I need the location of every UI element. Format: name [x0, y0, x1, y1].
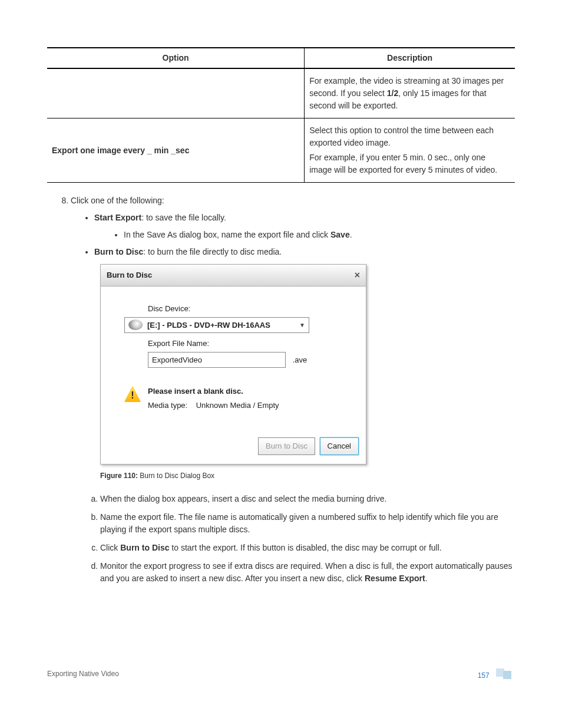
options-table: Option Description For example, the vide… — [47, 47, 515, 183]
dialog-title: Burn to Disc — [107, 269, 152, 281]
step-intro: Click one of the following: — [71, 196, 164, 205]
warning-row: Please insert a blank disc. Media type: … — [124, 386, 348, 411]
warning-icon — [124, 386, 141, 402]
footer-decoration-icon — [496, 667, 515, 678]
burn-to-disc-button[interactable]: Burn to Disc — [258, 437, 315, 455]
substep-a: When the dialog box appears, insert a di… — [100, 493, 515, 505]
option-cell — [47, 68, 305, 118]
substep-b: Name the export file. The file name is a… — [100, 511, 515, 536]
step-list: Click one of the following: Start Export… — [47, 195, 515, 585]
bullet-burn-to-disc: Burn to Disc: to burn the file directly … — [94, 246, 515, 258]
cancel-button[interactable]: Cancel — [320, 437, 359, 455]
description-cell: For example, the video is streaming at 3… — [305, 68, 515, 118]
page-number: 157 — [478, 671, 490, 680]
disc-device-value: [E:] - PLDS - DVD+-RW DH-16AAS — [147, 319, 270, 331]
description-cell: Select this option to control the time b… — [305, 118, 515, 183]
footer-section: Exporting Native Video — [47, 668, 119, 679]
export-file-label: Export File Name: — [148, 338, 348, 350]
burn-to-disc-dialog: Burn to Disc × Disc Device: [E:] - PLDS … — [100, 264, 366, 465]
export-file-input[interactable]: ExportedVideo — [148, 352, 286, 368]
substeps-list: When the dialog box appears, insert a di… — [71, 493, 515, 585]
disc-device-dropdown[interactable]: [E:] - PLDS - DVD+-RW DH-16AAS ▼ — [124, 317, 309, 334]
dialog-titlebar: Burn to Disc × — [101, 265, 366, 286]
chevron-down-icon: ▼ — [299, 321, 305, 330]
substep-d: Monitor the export progress to see if ex… — [100, 560, 515, 585]
bullet-save-as: In the Save As dialog box, name the expo… — [124, 229, 515, 241]
step-8: Click one of the following: Start Export… — [71, 195, 515, 585]
disc-device-label: Disc Device: — [148, 303, 348, 315]
disc-icon — [128, 319, 143, 330]
media-type-label: Media type: — [148, 401, 187, 410]
substep-c: Click Burn to Disc to start the export. … — [100, 542, 515, 554]
table-row: Export one image every _ min _sec Select… — [47, 118, 515, 183]
col-option: Option — [47, 48, 305, 68]
option-cell: Export one image every _ min _sec — [47, 118, 305, 183]
media-type-value: Unknown Media / Empty — [196, 401, 279, 410]
table-row: For example, the video is streaming at 3… — [47, 68, 515, 118]
figure-caption: Figure 110: Burn to Disc Dialog Box — [100, 470, 515, 481]
file-extension: .ave — [293, 355, 308, 364]
page-footer: Exporting Native Video 157 — [47, 667, 515, 681]
close-icon[interactable]: × — [355, 268, 360, 282]
col-description: Description — [305, 48, 515, 68]
bullet-start-export: Start Export: to save the file locally. … — [94, 212, 515, 241]
warning-title: Please insert a blank disc. — [148, 387, 243, 396]
